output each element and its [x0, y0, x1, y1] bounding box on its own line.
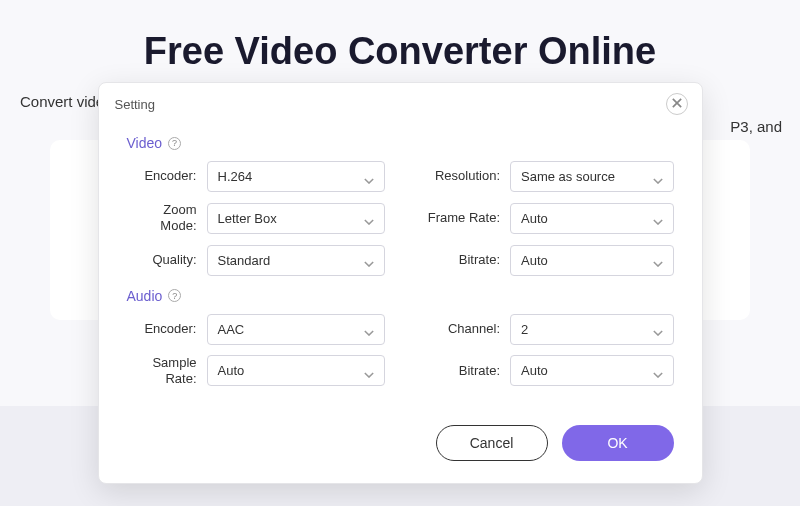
close-icon — [672, 97, 682, 111]
chevron-down-icon — [653, 366, 663, 376]
resolution-label: Resolution: — [415, 168, 500, 184]
chevron-down-icon — [653, 255, 663, 265]
quality-select[interactable]: Standard — [207, 245, 386, 276]
chevron-down-icon — [364, 172, 374, 182]
ok-button[interactable]: OK — [562, 425, 674, 461]
video-bitrate-label: Bitrate: — [415, 252, 500, 268]
frame-rate-select[interactable]: Auto — [510, 203, 674, 234]
video-bitrate-select[interactable]: Auto — [510, 245, 674, 276]
page-subtitle-right: P3, and — [730, 118, 782, 135]
help-icon[interactable]: ? — [168, 289, 181, 302]
settings-modal: Setting Video ? Encoder: H.264 — [98, 82, 703, 484]
chevron-down-icon — [364, 324, 374, 334]
close-button[interactable] — [666, 93, 688, 115]
quality-label: Quality: — [127, 252, 197, 268]
channel-select[interactable]: 2 — [510, 314, 674, 345]
sample-rate-select[interactable]: Auto — [207, 355, 386, 386]
chevron-down-icon — [653, 172, 663, 182]
channel-label: Channel: — [415, 321, 500, 337]
resolution-select[interactable]: Same as source — [510, 161, 674, 192]
page-title: Free Video Converter Online — [0, 30, 800, 73]
chevron-down-icon — [364, 255, 374, 265]
audio-section-label: Audio ? — [127, 288, 674, 304]
cancel-button[interactable]: Cancel — [436, 425, 548, 461]
modal-title: Setting — [115, 97, 155, 112]
audio-encoder-label: Encoder: — [127, 321, 197, 337]
chevron-down-icon — [364, 213, 374, 223]
frame-rate-label: Frame Rate: — [415, 210, 500, 226]
chevron-down-icon — [653, 324, 663, 334]
help-icon[interactable]: ? — [168, 137, 181, 150]
audio-bitrate-select[interactable]: Auto — [510, 355, 674, 386]
zoom-mode-label: Zoom Mode: — [127, 202, 197, 235]
sample-rate-label: Sample Rate: — [127, 355, 197, 388]
audio-bitrate-label: Bitrate: — [415, 363, 500, 379]
chevron-down-icon — [364, 366, 374, 376]
video-encoder-label: Encoder: — [127, 168, 197, 184]
chevron-down-icon — [653, 213, 663, 223]
audio-encoder-select[interactable]: AAC — [207, 314, 386, 345]
modal-header: Setting — [99, 83, 702, 125]
video-section-label: Video ? — [127, 135, 674, 151]
zoom-mode-select[interactable]: Letter Box — [207, 203, 386, 234]
video-encoder-select[interactable]: H.264 — [207, 161, 386, 192]
